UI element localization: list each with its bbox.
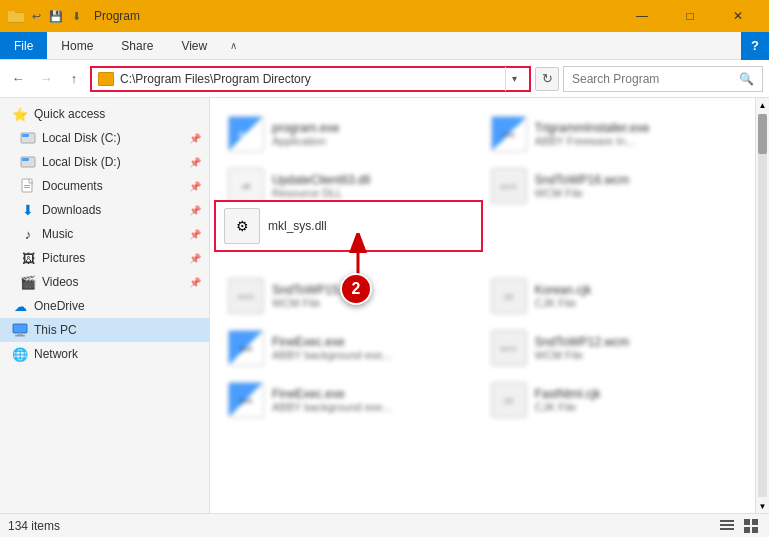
svg-rect-4 [22,134,29,137]
file-item[interactable]: cjk Korean.cjkCJK File [483,270,746,322]
sidebar-item-local-disk-c[interactable]: Local Disk (C:) [0,126,209,150]
documents-icon [20,178,36,194]
music-icon: ♪ [20,226,36,242]
sidebar-item-documents[interactable]: Documents [0,174,209,198]
network-icon: 🌐 [12,346,28,362]
view-controls [717,516,761,536]
sidebar-item-onedrive[interactable]: ☁ OneDrive [0,294,209,318]
help-button[interactable]: ? [741,32,769,60]
sidebar-item-music[interactable]: ♪ Music [0,222,209,246]
svg-rect-17 [720,520,734,522]
file-info: UpdateClient63.dll Resource DLL [272,173,475,199]
svg-rect-18 [720,524,734,526]
pictures-icon: 🖼 [20,250,36,266]
file-item[interactable]: wcm SndToWP16.wcm WCM File [483,160,746,212]
main-area: ⭐ Quick access Local Disk (C:) Local Dis… [0,98,769,513]
back-button[interactable]: ← [6,67,30,91]
file-info: program.exe Application [272,121,475,147]
file-thumbnail: wcm [491,168,527,204]
file-info: SndToWP16.wcm WCM File [535,173,738,199]
videos-icon: 🎬 [20,274,36,290]
sidebar-label-onedrive: OneDrive [34,299,85,313]
file-item[interactable]: wcm SndToWP12.wcmWCM File [483,322,746,374]
onedrive-icon: ☁ [12,298,28,314]
address-path: C:\Program Files\Program Directory [120,72,505,86]
highlighted-file-info: mkl_sys.dll [268,219,473,233]
sidebar-label-pictures: Pictures [42,251,85,265]
ribbon-file-tab[interactable]: File [0,32,47,59]
file-item[interactable]: exe program.exe Application [220,108,483,160]
file-thumbnail: exe [228,116,264,152]
sidebar-item-videos[interactable]: 🎬 Videos [0,270,209,294]
svg-rect-22 [744,527,750,533]
file-item[interactable]: exe FineExec.exeABBY background exe... [220,322,483,374]
up-button[interactable]: ↑ [62,67,86,91]
scroll-track[interactable] [758,114,767,497]
title-bar: ↩ 💾 ⬇ Program — □ ✕ [0,0,769,32]
minimize-button[interactable]: — [619,0,665,32]
close-button[interactable]: ✕ [715,0,761,32]
svg-rect-12 [15,335,25,337]
scrollbar[interactable]: ▲ ▼ [755,98,769,513]
ribbon-tab-view[interactable]: View [167,32,221,59]
refresh-button[interactable]: ↻ [535,67,559,91]
forward-button[interactable]: → [34,67,58,91]
pin-icon-pictures [189,253,201,264]
sidebar: ⭐ Quick access Local Disk (C:) Local Dis… [0,98,210,513]
sidebar-item-network[interactable]: 🌐 Network [0,342,209,366]
ribbon-tab-share[interactable]: Share [107,32,167,59]
sidebar-label-downloads: Downloads [42,203,101,217]
title-bar-icons: ↩ 💾 ⬇ [8,8,84,24]
details-view-button[interactable] [717,516,737,536]
ribbon-expand-icon[interactable]: ∧ [221,32,245,60]
highlighted-file[interactable]: ⚙ mkl_sys.dll [214,200,483,252]
save-icon: 💾 [48,8,64,24]
file-item[interactable]: exe FineExec.exeABBY background exe... [220,374,483,426]
svg-rect-10 [13,324,27,333]
file-item[interactable]: cjk FastNtml.cjkCJK File [483,374,746,426]
pin-icon-d [189,157,201,168]
address-chevron-icon[interactable]: ▾ [505,67,523,91]
ribbon-tabs: Home Share View [47,32,221,59]
address-bar-row: ← → ↑ C:\Program Files\Program Directory… [0,60,769,98]
svg-rect-6 [22,158,29,161]
search-box[interactable]: 🔍 [563,66,763,92]
downloads-icon: ⬇ [20,202,36,218]
sidebar-label-this-pc: This PC [34,323,77,337]
scroll-down-button[interactable]: ▼ [756,499,769,513]
ribbon-tab-home[interactable]: Home [47,32,107,59]
svg-rect-23 [752,527,758,533]
sidebar-item-this-pc[interactable]: This PC [0,318,209,342]
scroll-thumb[interactable] [758,114,767,154]
file-item[interactable]: exe TrigrammInstaller.exe ABBY Freeware … [483,108,746,160]
highlighted-file-thumbnail: ⚙ [224,208,260,244]
scroll-up-button[interactable]: ▲ [756,98,769,112]
nav-icon: ⬇ [68,8,84,24]
status-bar: 134 items [0,513,769,537]
tiles-view-button[interactable] [741,516,761,536]
svg-rect-8 [24,185,30,186]
svg-rect-19 [720,528,734,530]
highlighted-file-name: mkl_sys.dll [268,219,473,233]
file-info: TrigrammInstaller.exe ABBY Freeware In..… [535,121,738,147]
file-thumbnail: dll [228,168,264,204]
disk-d-icon [20,154,36,170]
pin-icon-downloads [189,205,201,216]
pin-icon-videos [189,277,201,288]
sidebar-item-local-disk-d[interactable]: Local Disk (D:) [0,150,209,174]
address-folder-icon [98,72,114,86]
pin-icon-c [189,133,201,144]
file-thumbnail: exe [491,116,527,152]
svg-rect-21 [752,519,758,525]
sidebar-label-local-disk-c: Local Disk (C:) [42,131,121,145]
sidebar-item-pictures[interactable]: 🖼 Pictures [0,246,209,270]
svg-rect-9 [24,187,30,188]
maximize-button[interactable]: □ [667,0,713,32]
sidebar-label-network: Network [34,347,78,361]
sidebar-item-downloads[interactable]: ⬇ Downloads [0,198,209,222]
address-box[interactable]: C:\Program Files\Program Directory ▾ [90,66,531,92]
search-input[interactable] [572,72,739,86]
sidebar-item-quick-access[interactable]: ⭐ Quick access [0,102,209,126]
sidebar-label-quick-access: Quick access [34,107,105,121]
file-grid-container: exe program.exe Application exe Trigramm… [210,98,755,513]
